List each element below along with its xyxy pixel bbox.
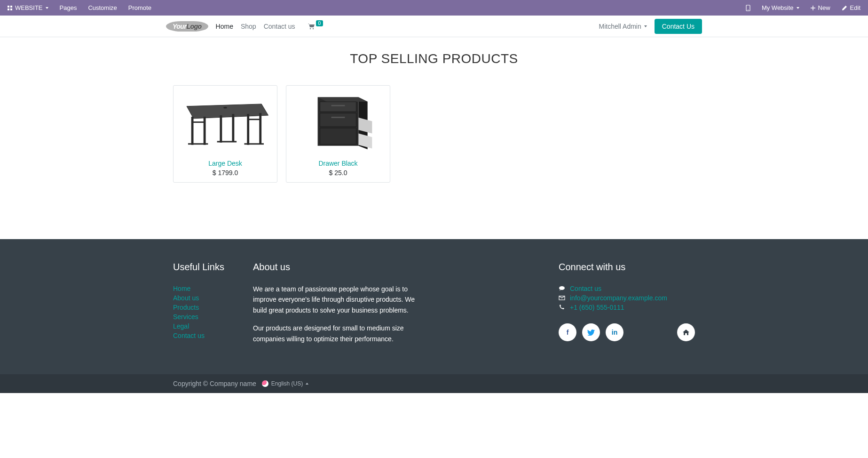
customize-label: Customize bbox=[88, 4, 117, 11]
useful-links-heading: Useful Links bbox=[173, 262, 239, 273]
home-icon bbox=[683, 329, 689, 335]
cart-button[interactable]: 0 bbox=[308, 23, 324, 30]
footer-connect: Connect with us Contact us info@yourcomp… bbox=[559, 262, 695, 352]
new-button[interactable]: New bbox=[811, 4, 830, 11]
connect-heading: Connect with us bbox=[559, 262, 695, 273]
website-label: WEBSITE bbox=[15, 4, 43, 11]
phone-icon bbox=[559, 305, 565, 310]
nav-left: YourLogo Home Shop Contact us 0 bbox=[166, 21, 323, 32]
my-website-dropdown[interactable]: My Website bbox=[762, 4, 799, 11]
site-header: YourLogo Home Shop Contact us 0 Mitchell… bbox=[0, 16, 868, 37]
product-name: Large Desk bbox=[174, 159, 277, 168]
facebook-button[interactable]: f bbox=[559, 323, 576, 341]
svg-point-29 bbox=[559, 286, 565, 290]
user-dropdown[interactable]: Mitchell Admin bbox=[599, 23, 647, 30]
site-logo[interactable]: YourLogo bbox=[166, 21, 208, 32]
connect-email-row: info@yourcompany.example.com bbox=[559, 293, 695, 303]
product-image bbox=[286, 86, 390, 159]
nav-contact[interactable]: Contact us bbox=[264, 23, 295, 30]
footer-spacer bbox=[432, 262, 544, 352]
twitter-button[interactable] bbox=[582, 323, 600, 341]
website-menu[interactable]: WEBSITE bbox=[8, 4, 48, 11]
about-paragraph-1: We are a team of passionate people whose… bbox=[253, 284, 418, 315]
pages-label: Pages bbox=[60, 4, 77, 11]
product-name: Drawer Black bbox=[286, 159, 390, 168]
section-title: TOP SELLING PRODUCTS bbox=[173, 51, 695, 66]
connect-email-link[interactable]: info@yourcompany.example.com bbox=[570, 294, 667, 302]
edit-label: Edit bbox=[850, 4, 860, 11]
product-price: $ 25.0 bbox=[286, 168, 390, 182]
svg-point-7 bbox=[223, 107, 227, 109]
chevron-down-icon bbox=[797, 7, 799, 9]
logo-text-1: Your bbox=[173, 23, 186, 30]
promote-menu[interactable]: Promote bbox=[128, 4, 151, 11]
chevron-down-icon bbox=[46, 7, 48, 9]
site-footer: Useful Links Home About us Products Serv… bbox=[0, 239, 868, 393]
envelope-icon bbox=[559, 296, 565, 300]
grid-icon bbox=[8, 6, 12, 10]
svg-point-5 bbox=[312, 28, 313, 29]
admin-toolbar: WEBSITE Pages Customize Promote My Websi… bbox=[0, 0, 868, 16]
connect-contact-row: Contact us bbox=[559, 284, 695, 293]
nav-right: Mitchell Admin Contact Us bbox=[599, 19, 702, 34]
footer-link-services[interactable]: Services bbox=[173, 312, 239, 321]
svg-rect-10 bbox=[247, 114, 249, 145]
footer-useful-links: Useful Links Home About us Products Serv… bbox=[173, 262, 239, 352]
footer-link-contact[interactable]: Contact us bbox=[173, 331, 239, 340]
svg-point-4 bbox=[309, 28, 310, 29]
chevron-down-icon bbox=[644, 25, 647, 27]
copyright-text: Copyright © Company name bbox=[173, 380, 256, 387]
about-heading: About us bbox=[253, 262, 418, 273]
customize-menu[interactable]: Customize bbox=[88, 4, 117, 11]
my-website-label: My Website bbox=[762, 4, 794, 11]
main-content: TOP SELLING PRODUCTS bbox=[166, 51, 702, 183]
pencil-icon bbox=[842, 5, 847, 11]
twitter-icon bbox=[587, 329, 595, 336]
logo-text-2: Logo bbox=[186, 23, 201, 30]
linkedin-button[interactable]: in bbox=[606, 323, 623, 341]
cart-icon bbox=[308, 23, 315, 30]
svg-rect-26 bbox=[320, 128, 356, 145]
footer-bottom: Copyright © Company name English (US) bbox=[0, 374, 868, 393]
svg-rect-23 bbox=[331, 105, 345, 106]
edit-button[interactable]: Edit bbox=[842, 4, 860, 11]
chat-icon bbox=[559, 286, 565, 291]
mobile-preview-button[interactable] bbox=[746, 5, 750, 11]
new-label: New bbox=[818, 4, 830, 11]
svg-rect-12 bbox=[220, 115, 222, 143]
social-row: f in bbox=[559, 323, 695, 341]
footer-link-legal[interactable]: Legal bbox=[173, 321, 239, 331]
pages-menu[interactable]: Pages bbox=[60, 4, 77, 11]
product-price: $ 1799.0 bbox=[174, 168, 277, 182]
svg-rect-22 bbox=[320, 102, 356, 112]
chevron-up-icon bbox=[306, 383, 308, 385]
connect-phone-row: +1 (650) 555-0111 bbox=[559, 303, 695, 312]
about-paragraph-2: Our products are designed for small to m… bbox=[253, 323, 418, 344]
nav-shop[interactable]: Shop bbox=[241, 23, 256, 30]
cart-count: 0 bbox=[316, 20, 324, 26]
footer-link-products[interactable]: Products bbox=[173, 303, 239, 312]
connect-contact-link[interactable]: Contact us bbox=[570, 285, 601, 292]
products-row: Large Desk $ 1799.0 Drawer Black bbox=[173, 85, 695, 183]
user-name: Mitchell Admin bbox=[599, 23, 641, 30]
svg-rect-13 bbox=[232, 114, 234, 142]
svg-rect-8 bbox=[191, 117, 194, 145]
flag-icon bbox=[262, 380, 268, 387]
svg-rect-11 bbox=[259, 113, 261, 144]
footer-about: About us We are a team of passionate peo… bbox=[253, 262, 418, 352]
language-label: English (US) bbox=[271, 380, 303, 387]
language-toggle[interactable]: English (US) bbox=[262, 380, 308, 387]
footer-link-about[interactable]: About us bbox=[173, 293, 239, 303]
plus-icon bbox=[811, 6, 815, 10]
svg-rect-24 bbox=[320, 113, 356, 127]
product-card[interactable]: Drawer Black $ 25.0 bbox=[286, 85, 390, 183]
nav-home[interactable]: Home bbox=[216, 23, 233, 30]
toolbar-left: WEBSITE Pages Customize Promote bbox=[8, 4, 151, 11]
product-card[interactable]: Large Desk $ 1799.0 bbox=[173, 85, 277, 183]
connect-phone-link[interactable]: +1 (650) 555-0111 bbox=[570, 304, 624, 311]
facebook-icon: f bbox=[567, 329, 569, 336]
footer-link-home[interactable]: Home bbox=[173, 284, 239, 293]
contact-us-button[interactable]: Contact Us bbox=[655, 19, 702, 34]
svg-rect-9 bbox=[204, 117, 206, 145]
home-button[interactable] bbox=[677, 323, 695, 341]
